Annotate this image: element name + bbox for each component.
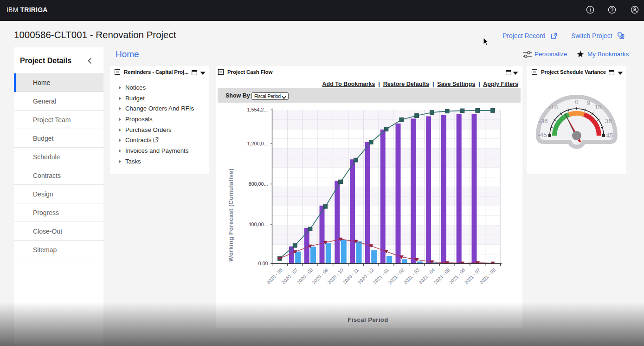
svg-text:2021 - 06: 2021 - 06 <box>448 267 466 285</box>
svg-text:0.00: 0.00 <box>258 261 268 266</box>
svg-text:2020 - 06: 2020 - 06 <box>265 267 283 285</box>
svg-text:800,00...: 800,00... <box>248 181 268 187</box>
svg-text:9: 9 <box>587 99 591 106</box>
svg-text:2020 - 07: 2020 - 07 <box>281 267 299 285</box>
svg-text:1,554,2...: 1,554,2... <box>247 107 268 112</box>
svg-text:2021 - 07: 2021 - 07 <box>464 267 482 285</box>
svg-text:36: 36 <box>605 118 612 124</box>
svg-text:2021 - 04: 2021 - 04 <box>418 267 436 285</box>
svg-text:2021 - 02: 2021 - 02 <box>387 267 406 285</box>
svg-text:2020 - 08: 2020 - 08 <box>296 267 314 285</box>
svg-text:2020 - 10: 2020 - 10 <box>327 267 345 285</box>
svg-text:400,00...: 400,00... <box>248 222 268 227</box>
svg-text:-45: -45 <box>538 131 547 138</box>
svg-text:-36: -36 <box>539 118 548 124</box>
svg-text:Working Forecast (Cumulative): Working Forecast (Cumulative) <box>227 169 234 262</box>
svg-text:2021 - 03: 2021 - 03 <box>403 267 421 285</box>
svg-text:45: 45 <box>606 132 613 139</box>
svg-text:2021 - 08: 2021 - 08 <box>479 267 497 285</box>
svg-text:0: 0 <box>575 98 579 105</box>
svg-text:2020 - 09: 2020 - 09 <box>311 267 329 285</box>
svg-text:-18: -18 <box>549 104 558 111</box>
svg-text:2020 - 12: 2020 - 12 <box>357 267 375 285</box>
svg-text:18: 18 <box>595 104 602 111</box>
svg-text:2021 - 05: 2021 - 05 <box>433 267 451 285</box>
svg-text:1,200,0...: 1,200,0... <box>247 141 268 146</box>
svg-text:2021 - 01: 2021 - 01 <box>372 267 390 285</box>
